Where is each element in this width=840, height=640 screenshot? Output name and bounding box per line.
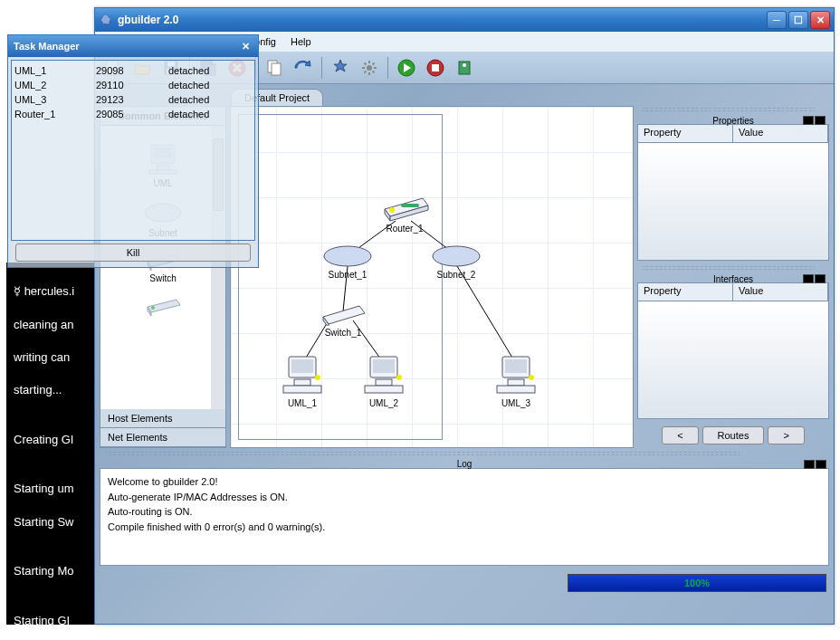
node-router[interactable]: Router_1 (376, 191, 434, 234)
prev-button[interactable]: < (662, 426, 698, 444)
terminal-prompt-icon: ☿ (14, 284, 24, 298)
sidebar-item-router[interactable] (104, 294, 222, 319)
node-subnet1[interactable]: Subnet_1 (322, 244, 373, 280)
tm-pid: 29110 (96, 80, 168, 94)
status-bar: 100% (95, 570, 834, 596)
svg-point-42 (396, 375, 402, 380)
properties-body[interactable] (638, 143, 828, 260)
svg-rect-30 (401, 204, 419, 207)
titlebar[interactable]: gbuilder 2.0 ─ ☐ ✕ (95, 8, 834, 32)
log-panel: Log Welcome to gbuilder 2.0! Auto-genera… (100, 468, 829, 566)
node-uml2[interactable]: UML_2 (358, 353, 410, 408)
autogen-button[interactable] (290, 54, 317, 81)
node-label: UML_3 (490, 398, 542, 408)
play-button[interactable] (393, 54, 420, 81)
node-uml3[interactable]: UML_3 (490, 353, 542, 408)
node-uml1[interactable]: UML_1 (276, 353, 329, 408)
node-switch[interactable]: Switch_1 (316, 301, 370, 338)
table-row[interactable]: Router_1 29085 detached (14, 109, 252, 123)
node-subnet2[interactable]: Subnet_2 (431, 244, 482, 280)
task-manager-body[interactable]: UML_1 29098 detached UML_2 29110 detache… (11, 60, 255, 241)
svg-point-10 (367, 65, 372, 71)
svg-rect-45 (508, 379, 524, 386)
tm-status: detached (168, 80, 252, 94)
interfaces-body[interactable] (638, 301, 828, 418)
log-line: Compile finished with 0 error(s) and 0 w… (108, 520, 821, 535)
stop-button[interactable] (422, 54, 449, 81)
tm-name: Router_1 (14, 109, 96, 123)
task-manager-window[interactable]: Task Manager ✕ UML_1 29098 detached UML_… (7, 34, 259, 268)
properties-panel: Properties Property Value (637, 124, 829, 261)
log-close-button[interactable] (816, 460, 826, 469)
maximize-button[interactable]: ☐ (788, 11, 808, 29)
menu-help[interactable]: Help (283, 33, 319, 50)
routes-button[interactable]: Routes (702, 426, 765, 444)
log-line: Auto-routing is ON. (108, 504, 821, 520)
next-button[interactable]: > (768, 426, 804, 444)
app-icon (99, 13, 113, 27)
progress-text: 100% (568, 575, 826, 591)
sidebar-section-net[interactable]: Net Elements (100, 428, 225, 447)
task-manager-close-button[interactable]: ✕ (238, 40, 253, 53)
interfaces-footer: < Routes > (637, 423, 829, 448)
svg-point-16 (463, 63, 466, 67)
svg-rect-39 (373, 359, 395, 373)
log-title: Log (448, 459, 482, 469)
window-title: gbuilder 2.0 (118, 14, 767, 26)
log-line: Auto-generate IP/MAC Addresses is ON. (108, 490, 821, 505)
interfaces-col-value: Value (733, 283, 828, 301)
svg-rect-36 (283, 386, 321, 393)
panel-close-button[interactable] (815, 116, 826, 125)
properties-col-value: Value (733, 125, 828, 142)
copy-button[interactable] (261, 54, 288, 81)
table-row[interactable]: UML_2 29110 detached (14, 80, 252, 94)
panel-grip[interactable]: ∷∷∷∷∷∷∷∷∷∷∷∷∷∷∷∷∷∷∷∷∷∷∷∷∷∷∷∷∷∷∷∷∷∷∷∷∷∷ (637, 264, 829, 273)
task-manager-title: Task Manager (14, 41, 80, 52)
close-button[interactable]: ✕ (810, 11, 830, 29)
terminal-host: hercules.i (24, 284, 75, 298)
progress-bar: 100% (568, 574, 826, 592)
minimize-button[interactable]: ─ (767, 11, 787, 29)
node-label: UML_1 (276, 398, 329, 408)
svg-rect-41 (365, 386, 403, 393)
svg-rect-35 (294, 379, 310, 386)
svg-rect-44 (505, 359, 527, 373)
kill-button[interactable]: Kill (15, 244, 251, 262)
svg-line-26 (457, 266, 515, 362)
panel-grip[interactable]: ∷∷∷∷∷∷∷∷∷∷∷∷∷∷∷∷∷∷∷∷∷∷∷∷∷∷∷∷∷∷∷∷∷∷∷∷∷∷ (637, 106, 829, 115)
log-body[interactable]: Welcome to gbuilder 2.0! Auto-generate I… (100, 468, 829, 566)
interfaces-panel: Interfaces Property Value (637, 282, 829, 419)
node-label: UML_2 (358, 398, 410, 408)
log-grip[interactable]: ∷∷∷∷∷∷∷∷∷∷∷∷∷∷∷∷∷∷∷∷∷∷∷∷∷∷∷∷∷∷∷∷∷∷∷∷∷∷∷∷… (100, 450, 828, 459)
log-line: Welcome to gbuilder 2.0! (108, 474, 821, 490)
svg-rect-40 (376, 379, 392, 386)
node-label: Switch_1 (316, 328, 370, 338)
task-manager-titlebar[interactable]: Task Manager ✕ (8, 35, 258, 57)
canvas[interactable]: Router_1 Subnet_1 Subnet_2 Switch_1 UML_… (230, 106, 634, 448)
svg-rect-46 (497, 386, 535, 393)
tm-pid: 29123 (96, 94, 168, 109)
panel-close-button[interactable] (815, 274, 826, 283)
properties-col-property: Property (638, 125, 733, 142)
node-label: Subnet_1 (322, 270, 373, 280)
tm-pid: 29085 (96, 109, 168, 123)
tm-status: detached (168, 65, 252, 80)
svg-point-29 (389, 207, 395, 213)
svg-point-22 (151, 306, 155, 310)
tm-pid: 29098 (96, 65, 168, 80)
tm-name: UML_2 (14, 80, 96, 94)
svg-rect-9 (272, 63, 281, 75)
compile-button[interactable] (327, 54, 354, 81)
sidebar-section-host[interactable]: Host Elements (100, 409, 225, 428)
tm-name: UML_1 (14, 65, 96, 80)
panel-max-button[interactable] (803, 116, 814, 125)
table-row[interactable]: UML_3 29123 detached (14, 94, 252, 109)
server-button[interactable] (451, 54, 478, 81)
svg-point-37 (315, 375, 320, 380)
panel-max-button[interactable] (803, 274, 814, 283)
sidebar-item-label: Switch (104, 273, 222, 283)
log-max-button[interactable] (804, 460, 815, 469)
table-row[interactable]: UML_1 29098 detached (14, 65, 252, 80)
tm-status: detached (168, 109, 252, 123)
settings-button[interactable] (356, 54, 383, 81)
